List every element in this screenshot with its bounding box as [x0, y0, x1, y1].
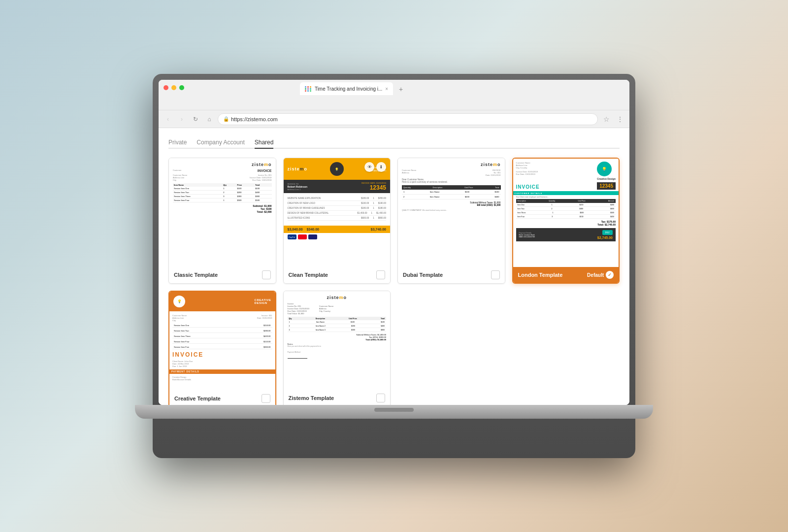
refresh-button[interactable]: ↻: [190, 114, 201, 125]
tab-company-account[interactable]: Company Account: [197, 137, 244, 149]
template-name-creative: Creative Template: [174, 396, 221, 401]
template-name-zistemo-plain: Zistemo Template: [289, 395, 334, 401]
template-grid: zistemo CustomerCustomer NameAddress Lin…: [168, 158, 620, 405]
preview-download-icon[interactable]: ⬇: [376, 162, 386, 172]
url-text: https://zistemo.com: [231, 116, 278, 122]
template-preview-dubai: zistemo Customer NameAddress INVOICENo: …: [398, 158, 505, 266]
template-preview-zistemo-plain: zistemo Invoice Invoice No: 001Invoice D…: [284, 291, 391, 390]
laptop-base: [135, 405, 653, 419]
bookmark-button[interactable]: ☆: [601, 114, 612, 125]
template-card-zistemo-plain[interactable]: zistemo Invoice Invoice No: 001Invoice D…: [283, 291, 391, 405]
new-tab-button[interactable]: +: [395, 83, 407, 95]
template-default-badge: Default ✓: [587, 271, 614, 279]
tabs-navigation: Private Company Account Shared: [168, 137, 620, 149]
tab-bar: Time Tracking and Invoicing i... × +: [295, 80, 412, 95]
minimize-button[interactable]: [171, 85, 176, 90]
template-footer-classic: Classic Template: [169, 266, 276, 283]
template-card-classic[interactable]: zistemo CustomerCustomer NameAddress Lin…: [168, 158, 276, 284]
template-select-zistemo-plain[interactable]: [376, 394, 385, 402]
address-bar-row: ‹ › ↻ ⌂ 🔒 https://zistemo.com ☆ ⋮: [159, 110, 629, 128]
template-card-london[interactable]: Customer NameAddress LineCity, Country I…: [512, 158, 620, 284]
template-select-classic[interactable]: [262, 270, 271, 279]
laptop-frame: Time Tracking and Invoicing i... × + ‹ ›…: [153, 74, 635, 458]
template-footer-clean: Clean Template: [284, 266, 391, 283]
tab-shared[interactable]: Shared: [255, 137, 274, 149]
page-content: Private Company Account Shared zistemo C…: [159, 128, 629, 405]
template-select-creative[interactable]: [262, 394, 270, 403]
tab-favicon: [305, 85, 312, 92]
template-name-classic: Classic Template: [174, 272, 218, 278]
template-select-clean[interactable]: [376, 270, 385, 279]
template-preview-classic: zistemo CustomerCustomer NameAddress Lin…: [169, 158, 276, 266]
template-preview-creative: 💡 CREATIVE DESIGN Customer NameAddress L…: [169, 292, 275, 390]
browser-chrome: Time Tracking and Invoicing i... × +: [159, 80, 629, 110]
template-footer-creative: Creative Template: [169, 390, 275, 405]
close-button[interactable]: [164, 85, 168, 90]
tab-private[interactable]: Private: [168, 137, 187, 149]
back-button[interactable]: ‹: [163, 114, 173, 125]
maximize-button[interactable]: [179, 85, 184, 90]
template-footer-zistemo-plain: Zistemo Template: [284, 390, 391, 405]
more-button[interactable]: ⋮: [615, 114, 625, 125]
template-footer-dubai: Dubai Template: [398, 266, 505, 283]
template-preview-clean: 👁 ⬇ zistemo 💡 Creative Designcreativdesi…: [284, 158, 391, 266]
template-name-dubai: Dubai Template: [403, 272, 443, 278]
tab-close-icon[interactable]: ×: [385, 86, 388, 92]
template-card-dubai[interactable]: zistemo Customer NameAddress INVOICENo: …: [397, 158, 505, 284]
template-card-creative[interactable]: 💡 CREATIVE DESIGN Customer NameAddress L…: [168, 291, 276, 405]
browser-titlebar: Time Tracking and Invoicing i... × +: [159, 80, 629, 96]
browser-tab-active[interactable]: Time Tracking and Invoicing i... ×: [300, 82, 393, 95]
template-name-clean: Clean Template: [289, 272, 328, 278]
template-footer-london: London Template Default ✓: [513, 267, 619, 283]
template-select-dubai[interactable]: [491, 270, 500, 279]
preview-eye-icon[interactable]: 👁: [364, 162, 374, 172]
template-card-clean[interactable]: 👁 ⬇ zistemo 💡 Creative Designcreativdesi…: [283, 158, 391, 284]
template-name-london: London Template: [518, 272, 563, 278]
home-button[interactable]: ⌂: [204, 114, 215, 125]
forward-button[interactable]: ›: [176, 114, 187, 125]
laptop-screen: Time Tracking and Invoicing i... × + ‹ ›…: [159, 80, 629, 405]
ssl-icon: 🔒: [223, 116, 229, 122]
default-check-icon: ✓: [606, 271, 614, 279]
address-box[interactable]: 🔒 https://zistemo.com: [218, 113, 598, 125]
classic-logo: zistemo: [173, 162, 272, 167]
tab-title: Time Tracking and Invoicing i...: [315, 86, 382, 92]
template-preview-london: Customer NameAddress LineCity, Country I…: [513, 159, 619, 267]
